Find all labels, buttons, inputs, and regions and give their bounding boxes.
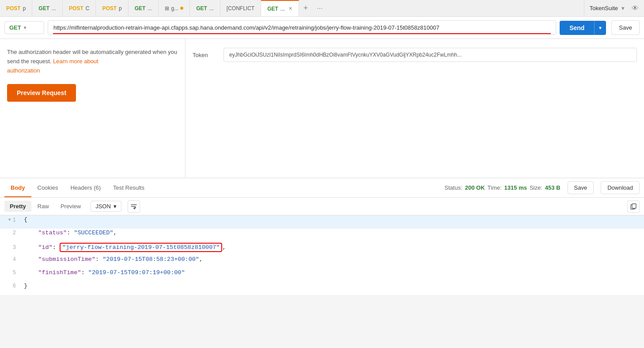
line-number-5: 5: [0, 270, 22, 276]
line-number-4: 4: [0, 256, 22, 263]
url-bar: GET ▾ Send ▾ Save: [0, 17, 644, 39]
token-label: Token: [193, 52, 215, 58]
time-label: Time:: [488, 184, 502, 191]
code-content-2: "status": "SUCCEEDED",: [22, 229, 117, 236]
response-status-area: Status: 200 OK Time: 1315 ms Size: 453 B…: [444, 181, 640, 194]
tab-method: GET: [196, 5, 207, 11]
format-chevron-icon: ▾: [114, 203, 117, 210]
send-button-group: Send ▾: [560, 21, 606, 35]
fold-icon[interactable]: ▼: [8, 218, 11, 222]
tab-tab2[interactable]: GET...: [32, 0, 63, 17]
tab-tab7[interactable]: GET...: [190, 0, 220, 17]
eye-icon[interactable]: 👁: [632, 4, 639, 12]
response-tab-cookies[interactable]: Cookies: [31, 179, 64, 197]
tab-bar: POSTpGET...POSTCPOSTpGET...⊞g...GET...[C…: [0, 0, 644, 17]
suite-name: TokenSuite: [590, 5, 618, 11]
format-bar: PrettyRawPreview JSON ▾: [0, 198, 644, 215]
tab-label: ...: [52, 5, 56, 11]
line-number-2: 2: [0, 230, 22, 236]
line-number-6: 6: [0, 283, 22, 289]
tab-tab5[interactable]: GET...: [129, 0, 159, 17]
tab-method: GET: [38, 5, 49, 11]
save-button[interactable]: Save: [611, 20, 640, 35]
code-content-3: "id": "jerry-flow-training-2019-07-15t08…: [22, 243, 226, 252]
code-line-6: 6}: [0, 282, 644, 295]
response-download-button[interactable]: Download: [601, 181, 640, 194]
tab-icon: ⊞: [165, 5, 169, 11]
tab-label: p: [119, 5, 122, 11]
response-tabs-bar: BodyCookiesHeaders (6)Test Results Statu…: [0, 178, 644, 198]
format-tab-pretty[interactable]: Pretty: [4, 201, 31, 212]
method-selector[interactable]: GET ▾: [4, 21, 44, 34]
tab-close-icon[interactable]: ✕: [288, 6, 292, 11]
format-selector[interactable]: JSON ▾: [91, 201, 121, 212]
suite-chevron-icon: ▾: [621, 5, 625, 11]
tab-label: ...: [280, 6, 285, 12]
tab-label: ...: [209, 5, 214, 11]
tab-tab3[interactable]: POSTC: [63, 0, 96, 17]
suite-selector[interactable]: TokenSuite ▾ 👁: [584, 0, 644, 17]
tab-label: [CONFLICT: [227, 5, 254, 11]
code-area: ▼1{2 "status": "SUCCEEDED",3 "id": "jerr…: [0, 215, 644, 295]
tab-dot: [180, 7, 183, 10]
tab-method: POST: [102, 5, 117, 11]
auth-panel: The authorization header will be automat…: [0, 39, 186, 178]
main-content: The authorization header will be automat…: [0, 39, 644, 178]
more-tabs-button[interactable]: ···: [312, 0, 327, 17]
url-underline: [53, 33, 551, 34]
code-line-5: 5 "finishTime": "2019-07-15T09:07:19+00:…: [0, 268, 644, 282]
code-line-4: 4 "submissionTime": "2019-07-15T08:58:23…: [0, 255, 644, 268]
format-tab-preview[interactable]: Preview: [55, 201, 86, 212]
response-save-button[interactable]: Save: [568, 181, 594, 194]
auth-description: The authorization header will be automat…: [7, 48, 178, 75]
tab-label: C: [86, 5, 90, 11]
tab-label: ...: [148, 5, 152, 11]
code-line-3: 3 "id": "jerry-flow-training-2019-07-15t…: [0, 242, 644, 255]
url-input-wrap: [48, 20, 556, 35]
size-value: 453 B: [545, 184, 561, 191]
tab-method: POST: [69, 5, 83, 11]
response-tab-test-results[interactable]: Test Results: [107, 179, 151, 197]
time-value: 1315 ms: [504, 184, 527, 191]
tab-label: g...: [171, 5, 178, 11]
method-value: GET: [9, 24, 21, 31]
format-tab-raw[interactable]: Raw: [32, 201, 54, 212]
svg-rect-1: [632, 204, 636, 208]
method-chevron-icon: ▾: [24, 25, 26, 30]
code-content-1: {: [22, 216, 27, 223]
tab-label: p: [23, 5, 26, 11]
send-button[interactable]: Send: [560, 21, 594, 35]
line-number-1: ▼1: [0, 217, 22, 223]
token-row: Token eyJhbGciOiJSUzI1NiIsImprdSI6Imh0dH…: [193, 48, 637, 62]
tab-tab6[interactable]: ⊞g...: [159, 0, 190, 17]
tab-tab4[interactable]: POSTp: [96, 0, 128, 17]
send-dropdown-button[interactable]: ▾: [594, 21, 606, 35]
code-content-5: "finishTime": "2019-07-15T09:07:19+00:00…: [22, 269, 185, 276]
preview-request-button[interactable]: Preview Request: [7, 84, 76, 102]
tab-tab8[interactable]: [CONFLICT: [220, 0, 261, 17]
status-value: 200 OK: [465, 184, 485, 191]
tab-method: POST: [6, 5, 21, 11]
wrap-icon-button[interactable]: [128, 200, 140, 213]
response-tab-body[interactable]: Body: [4, 179, 31, 197]
tab-method: GET: [267, 6, 278, 12]
format-value: JSON: [95, 203, 111, 210]
code-content-6: }: [22, 283, 27, 289]
response-tab-headers-6[interactable]: Headers (6): [64, 179, 107, 197]
token-panel: Token eyJhbGciOiJSUzI1NiIsImprdSI6Imh0dH…: [186, 39, 644, 178]
token-value[interactable]: eyJhbGciOiJSUzI1NiIsImprdSI6Imh0dHBzOi8v…: [224, 48, 637, 62]
size-label: Size:: [530, 184, 542, 191]
copy-button[interactable]: [627, 200, 640, 213]
tab-tab9[interactable]: GET...✕: [261, 0, 299, 17]
tab-method: GET: [135, 5, 146, 11]
line-number-3: 3: [0, 245, 22, 251]
code-line-2: 2 "status": "SUCCEEDED",: [0, 229, 644, 242]
code-content-4: "submissionTime": "2019-07-15T08:58:23+0…: [22, 256, 203, 263]
status-label: Status:: [444, 184, 462, 191]
new-tab-button[interactable]: +: [299, 0, 313, 17]
tab-tab1[interactable]: POSTp: [0, 0, 32, 17]
code-line-1: ▼1{: [0, 215, 644, 229]
